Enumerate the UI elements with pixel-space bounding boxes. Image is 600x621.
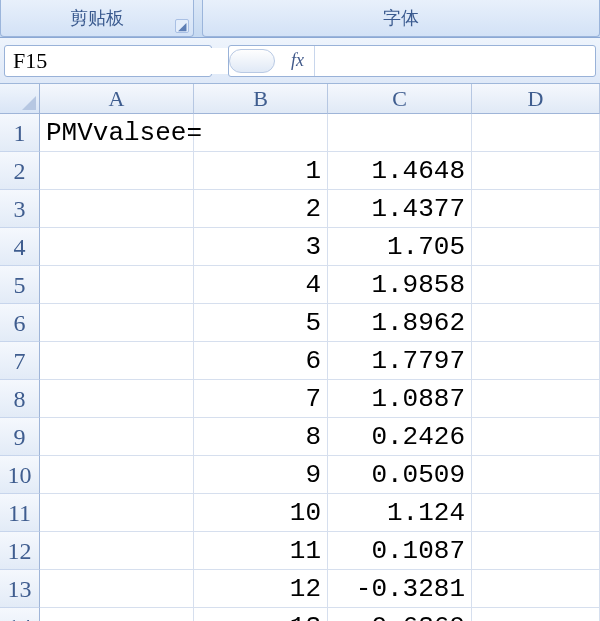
col-header-C[interactable]: C: [328, 84, 472, 114]
cell[interactable]: 1.0887: [328, 380, 472, 418]
col-header-B[interactable]: B: [194, 84, 328, 114]
formula-input[interactable]: [315, 48, 595, 74]
ribbon-group-font-label: 字体: [383, 6, 419, 30]
cell[interactable]: 2: [194, 190, 328, 228]
cell[interactable]: [472, 608, 600, 621]
cell[interactable]: [472, 304, 600, 342]
cell[interactable]: [472, 380, 600, 418]
cell[interactable]: 12: [194, 570, 328, 608]
cell[interactable]: [40, 190, 194, 228]
cell[interactable]: [472, 114, 600, 152]
cell[interactable]: 1.4648: [328, 152, 472, 190]
dialog-launcher-icon[interactable]: ◢: [175, 19, 189, 33]
fx-icon[interactable]: fx: [281, 46, 315, 76]
formula-bar: fx: [228, 45, 596, 77]
cell[interactable]: [472, 266, 600, 304]
cell[interactable]: PMVvalsee=: [40, 114, 194, 152]
row-header[interactable]: 13: [0, 570, 40, 608]
cell[interactable]: [472, 152, 600, 190]
cell[interactable]: 10: [194, 494, 328, 532]
cell[interactable]: [40, 456, 194, 494]
cell[interactable]: [40, 532, 194, 570]
cell[interactable]: [472, 342, 600, 380]
cell[interactable]: [194, 114, 328, 152]
cell[interactable]: 3: [194, 228, 328, 266]
ribbon: 剪贴板 ◢ 字体: [0, 0, 600, 38]
cell[interactable]: 4: [194, 266, 328, 304]
cell[interactable]: [472, 570, 600, 608]
row-header[interactable]: 11: [0, 494, 40, 532]
row-header[interactable]: 2: [0, 152, 40, 190]
cell[interactable]: [40, 570, 194, 608]
cell[interactable]: [40, 304, 194, 342]
cell[interactable]: 1.705: [328, 228, 472, 266]
cell[interactable]: [472, 418, 600, 456]
cell[interactable]: 0.6369: [328, 608, 472, 621]
cell[interactable]: [40, 380, 194, 418]
row-header[interactable]: 1: [0, 114, 40, 152]
cell[interactable]: [40, 266, 194, 304]
cell[interactable]: 11: [194, 532, 328, 570]
cancel-enter-oval-icon: [229, 49, 275, 73]
cell[interactable]: 1.9858: [328, 266, 472, 304]
cell[interactable]: [472, 190, 600, 228]
cell[interactable]: 1.7797: [328, 342, 472, 380]
cell[interactable]: 1.4377: [328, 190, 472, 228]
row-header[interactable]: 9: [0, 418, 40, 456]
row-header[interactable]: 14: [0, 608, 40, 621]
row-header[interactable]: 3: [0, 190, 40, 228]
cell[interactable]: [472, 228, 600, 266]
cell[interactable]: [40, 418, 194, 456]
cell[interactable]: [472, 532, 600, 570]
cell[interactable]: [40, 494, 194, 532]
select-all-corner[interactable]: [0, 84, 40, 114]
ribbon-group-clipboard: 剪贴板 ◢: [0, 0, 194, 37]
cell[interactable]: 5: [194, 304, 328, 342]
cell[interactable]: [472, 494, 600, 532]
cell[interactable]: [40, 152, 194, 190]
row-header[interactable]: 10: [0, 456, 40, 494]
cell[interactable]: 0.0509: [328, 456, 472, 494]
cell[interactable]: [328, 114, 472, 152]
cell[interactable]: [40, 342, 194, 380]
cell[interactable]: 0.2426: [328, 418, 472, 456]
cell[interactable]: 8: [194, 418, 328, 456]
cell[interactable]: -0.3281: [328, 570, 472, 608]
row-header[interactable]: 5: [0, 266, 40, 304]
ribbon-group-clipboard-label: 剪贴板: [70, 6, 124, 30]
name-box[interactable]: [4, 45, 212, 77]
cell[interactable]: [40, 608, 194, 621]
spreadsheet-grid[interactable]: A B C D 1PMVvalsee=211.4648321.4377431.7…: [0, 84, 600, 621]
cell[interactable]: 9: [194, 456, 328, 494]
col-header-A[interactable]: A: [40, 84, 194, 114]
cell[interactable]: [472, 456, 600, 494]
cell[interactable]: 1.8962: [328, 304, 472, 342]
row-header[interactable]: 8: [0, 380, 40, 418]
row-header[interactable]: 12: [0, 532, 40, 570]
ribbon-group-font: 字体: [202, 0, 600, 37]
row-header[interactable]: 6: [0, 304, 40, 342]
cell[interactable]: [40, 228, 194, 266]
cell[interactable]: 7: [194, 380, 328, 418]
formula-bar-row: fx: [0, 38, 600, 84]
cell[interactable]: 0.1087: [328, 532, 472, 570]
col-header-D[interactable]: D: [472, 84, 600, 114]
cell[interactable]: 1.124: [328, 494, 472, 532]
cell[interactable]: 13: [194, 608, 328, 621]
row-header[interactable]: 7: [0, 342, 40, 380]
cell[interactable]: 6: [194, 342, 328, 380]
cell[interactable]: 1: [194, 152, 328, 190]
row-header[interactable]: 4: [0, 228, 40, 266]
